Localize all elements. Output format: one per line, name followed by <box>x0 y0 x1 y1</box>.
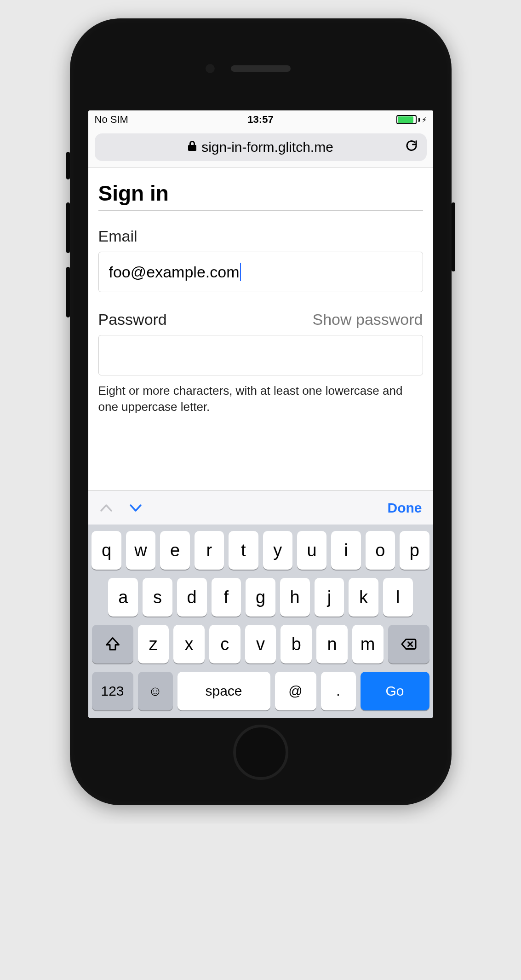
keyboard: qwertyuiop asdfghjkl zxcvbnm 123 ☺ space… <box>88 525 433 718</box>
keyboard-row-1: qwertyuiop <box>92 531 429 570</box>
key-d[interactable]: d <box>177 578 207 617</box>
key-f[interactable]: f <box>212 578 241 617</box>
key-s[interactable]: s <box>143 578 172 617</box>
keyboard-row-3: zxcvbnm <box>92 625 429 663</box>
phone-frame: No SIM 13:57 ⚡︎ sign-in-form.glitch.me S… <box>70 18 452 805</box>
email-value: foo@example.com <box>109 263 240 281</box>
key-q[interactable]: q <box>92 531 121 570</box>
phone-camera <box>206 64 215 73</box>
emoji-icon: ☺ <box>148 683 162 699</box>
email-label: Email <box>98 227 423 245</box>
keyboard-row-fn: 123 ☺ space @ . Go <box>92 672 429 710</box>
key-x[interactable]: x <box>173 625 205 663</box>
key-p[interactable]: p <box>400 531 429 570</box>
keyboard-accessory: Done <box>88 490 433 525</box>
phone-speaker <box>231 65 291 72</box>
key-e[interactable]: e <box>160 531 189 570</box>
page-content: Sign in Email foo@example.com Password S… <box>88 168 433 420</box>
screen: No SIM 13:57 ⚡︎ sign-in-form.glitch.me S… <box>88 110 433 718</box>
battery-icon <box>396 115 417 124</box>
password-field[interactable] <box>98 335 423 375</box>
prev-field-button <box>99 499 113 517</box>
lock-icon <box>188 140 197 154</box>
key-u[interactable]: u <box>297 531 326 570</box>
charging-icon: ⚡︎ <box>422 115 427 124</box>
numbers-key[interactable]: 123 <box>92 672 133 710</box>
power-button <box>452 202 455 271</box>
key-j[interactable]: j <box>315 578 344 617</box>
email-field[interactable]: foo@example.com <box>98 252 423 292</box>
key-n[interactable]: n <box>316 625 348 663</box>
show-password-toggle[interactable]: Show password <box>312 311 423 329</box>
key-m[interactable]: m <box>352 625 384 663</box>
volume-up-button <box>66 202 70 253</box>
password-label: Password <box>98 311 167 329</box>
key-h[interactable]: h <box>280 578 310 617</box>
key-o[interactable]: o <box>366 531 395 570</box>
status-time: 13:57 <box>247 114 273 126</box>
space-key[interactable]: space <box>177 672 270 710</box>
text-caret <box>240 263 241 281</box>
browser-toolbar: sign-in-form.glitch.me <box>88 129 433 168</box>
key-a[interactable]: a <box>108 578 138 617</box>
key-y[interactable]: y <box>263 531 292 570</box>
key-w[interactable]: w <box>126 531 155 570</box>
address-bar[interactable]: sign-in-form.glitch.me <box>95 133 427 161</box>
dot-key[interactable]: . <box>321 672 356 710</box>
key-b[interactable]: b <box>281 625 312 663</box>
keyboard-row-3-letters: zxcvbnm <box>138 625 384 663</box>
volume-down-button <box>66 267 70 317</box>
status-bar: No SIM 13:57 ⚡︎ <box>88 110 433 129</box>
key-l[interactable]: l <box>383 578 413 617</box>
backspace-key[interactable] <box>388 625 429 663</box>
battery-indicator: ⚡︎ <box>396 115 427 124</box>
key-z[interactable]: z <box>138 625 169 663</box>
next-field-button[interactable] <box>129 499 143 517</box>
home-button[interactable] <box>233 725 288 780</box>
address-host: sign-in-form.glitch.me <box>201 139 333 155</box>
key-v[interactable]: v <box>245 625 276 663</box>
mute-switch <box>66 152 70 179</box>
shift-key[interactable] <box>92 625 133 663</box>
keyboard-done-button[interactable]: Done <box>388 500 422 516</box>
password-hint: Eight or more characters, with at least … <box>98 383 423 415</box>
key-k[interactable]: k <box>349 578 378 617</box>
carrier-label: No SIM <box>95 114 128 126</box>
key-g[interactable]: g <box>246 578 275 617</box>
go-key[interactable]: Go <box>361 672 429 710</box>
key-i[interactable]: i <box>331 531 361 570</box>
key-c[interactable]: c <box>209 625 240 663</box>
keyboard-row-2: asdfghjkl <box>92 578 429 617</box>
key-r[interactable]: r <box>195 531 224 570</box>
page-title: Sign in <box>98 181 423 206</box>
emoji-key[interactable]: ☺ <box>138 672 173 710</box>
reload-button[interactable] <box>405 139 418 156</box>
title-divider <box>98 210 423 211</box>
key-t[interactable]: t <box>229 531 258 570</box>
at-key[interactable]: @ <box>275 672 316 710</box>
